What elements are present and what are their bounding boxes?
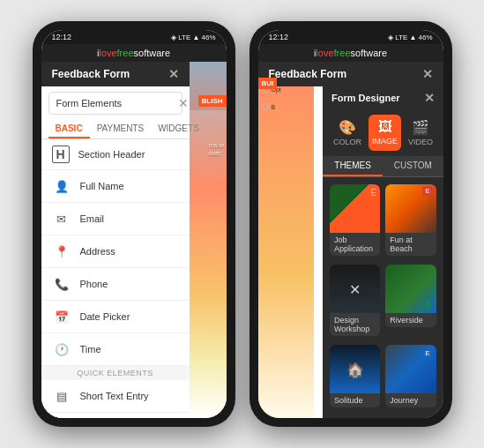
form-elements-list: H Section Header 👤 Full Name ✉ Email	[41, 139, 190, 418]
theme-design-workshop[interactable]: ✕ Design Workshop	[330, 265, 380, 340]
themes-tab-custom[interactable]: CUSTOM	[383, 156, 443, 176]
address-label: Address	[80, 246, 115, 257]
search-clear-icon[interactable]: ✕	[178, 96, 189, 110]
image-icon: 🖼	[378, 119, 392, 135]
theme-journey[interactable]: E Journey	[385, 345, 436, 411]
section-header-icon: H	[52, 146, 70, 163]
themes-tab-custom-label: CUSTOM	[394, 161, 432, 170]
left-time: 12:12	[52, 33, 72, 41]
brand-software-left: software	[134, 48, 171, 58]
brand-free-left: free	[117, 48, 134, 58]
right-network: ◈ LTE ▲	[388, 34, 416, 41]
designer-tab-color-label: COLOR	[333, 138, 361, 146]
right-phone: 12:12 ◈ LTE ▲ 46% ilovefreesoftware F	[249, 21, 452, 427]
workshop-cross-icon: ✕	[349, 280, 361, 297]
tab-payments-label: PAYMENTS	[97, 123, 145, 133]
theme-solitude-label: Solitude	[330, 393, 380, 407]
designer-header: Form Designer ✕	[323, 86, 443, 109]
theme-job-label: Job Application	[330, 233, 380, 256]
theme-solitude[interactable]: 🏠 Solitude	[330, 345, 380, 411]
left-modal-title: Feedback Form	[52, 68, 130, 80]
video-icon: 🎬	[412, 119, 429, 136]
left-status-bar: 12:12 ◈ LTE ▲ 46%	[41, 30, 227, 44]
right-close-btn[interactable]: ✕	[422, 67, 433, 81]
left-phone: 12:12 ◈ LTE ▲ 46% ilovefreesoftware F	[33, 21, 235, 427]
right-battery: 46%	[418, 34, 432, 41]
designer-tab-image[interactable]: 🖼 IMAGE	[369, 115, 401, 151]
bg-item2-label: B	[272, 104, 276, 110]
time-icon: 🕐	[52, 340, 71, 359]
email-label: Email	[80, 213, 105, 224]
right-status-bar: 12:12 ◈ LTE ▲ 46%	[258, 30, 443, 44]
element-short-text[interactable]: ▤ Short Text Entry	[41, 380, 190, 413]
solitude-home-icon: 🏠	[346, 361, 364, 377]
right-app-header: ilovefreesoftware	[258, 44, 443, 62]
theme-journey-label: Journey	[385, 393, 436, 407]
theme-fun-at-beach[interactable]: E Fun at Beach	[385, 184, 436, 259]
date-picker-icon: 📅	[52, 307, 71, 326]
designer-tab-video-label: VIDEO	[408, 138, 433, 146]
brand-love-right: love	[316, 48, 333, 58]
designer-tab-color[interactable]: 🎨 COLOR	[330, 115, 365, 151]
journey-badge: E	[422, 348, 432, 358]
theme-beach-label: Fun at Beach	[385, 233, 436, 256]
search-input[interactable]	[56, 98, 178, 108]
designer-tabs-bar: 🎨 COLOR 🖼 IMAGE 🎬 VIDEO	[323, 109, 443, 156]
elements-tabs: BASIC PAYMENTS WIDGETS	[41, 120, 190, 139]
search-bar[interactable]: ✕	[48, 92, 182, 115]
element-address[interactable]: 📍 Address	[41, 235, 190, 268]
left-network: ◈ LTE ▲	[171, 34, 199, 41]
radio2	[262, 103, 269, 110]
bg-text-line2: over	[209, 149, 225, 157]
themes-bar: THEMES CUSTOM	[323, 156, 443, 177]
quick-elements-label: QUICK ELEMENTS	[77, 369, 153, 377]
beach-e-badge: E	[422, 186, 432, 196]
designer-tab-video[interactable]: 🎬 VIDEO	[405, 115, 436, 151]
theme-riverside-label: Riverside	[385, 313, 436, 327]
designer-tab-image-label: IMAGE	[372, 137, 398, 146]
themes-tab-themes[interactable]: THEMES	[323, 156, 383, 176]
theme-job-thumbnail: E	[330, 184, 380, 233]
short-text-label: Short Text Entry	[80, 391, 149, 401]
theme-riverside-thumbnail: 🌲	[385, 265, 436, 313]
phone-icon: 📞	[52, 274, 71, 294]
theme-journey-thumbnail: E	[385, 345, 436, 393]
element-phone[interactable]: 📞 Phone	[41, 268, 190, 301]
element-email[interactable]: ✉ Email	[41, 203, 190, 235]
date-picker-label: Date Picker	[80, 311, 130, 322]
themes-tab-themes-label: THEMES	[334, 161, 371, 170]
element-time[interactable]: 🕐 Time	[41, 333, 190, 366]
theme-beach-thumbnail: E	[385, 184, 436, 233]
theme-solitude-thumbnail: 🏠	[330, 345, 380, 393]
designer-close-btn[interactable]: ✕	[424, 91, 435, 105]
right-modal-title: Feedback Form	[269, 68, 347, 80]
full-name-icon: 👤	[52, 176, 71, 196]
full-name-label: Full Name	[80, 181, 124, 191]
short-text-icon: ▤	[52, 386, 71, 406]
left-battery: 46%	[201, 34, 215, 41]
tab-basic[interactable]: BASIC	[48, 120, 90, 138]
tab-payments[interactable]: PAYMENTS	[90, 120, 152, 138]
element-full-name[interactable]: 👤 Full Name	[41, 170, 190, 203]
brand-free-right: free	[334, 48, 351, 58]
element-section-header[interactable]: H Section Header	[41, 139, 190, 170]
quick-elements-divider: QUICK ELEMENTS	[41, 366, 190, 380]
theme-job-application[interactable]: E Job Application	[330, 184, 380, 259]
phones-container: 12:12 ◈ LTE ▲ 46% ilovefreesoftware F	[15, 4, 470, 444]
phone-label: Phone	[80, 279, 108, 289]
brand-love-left: love	[99, 48, 116, 58]
theme-workshop-thumbnail: ✕	[330, 265, 380, 313]
theme-riverside[interactable]: 🌲 Riverside	[385, 265, 436, 340]
left-close-btn[interactable]: ✕	[168, 67, 179, 81]
left-app-header: ilovefreesoftware	[41, 44, 227, 62]
job-e-icon: E	[371, 188, 377, 198]
designer-title: Form Designer	[331, 93, 400, 103]
email-icon: ✉	[52, 209, 71, 228]
right-build-badge: BUI	[258, 78, 278, 89]
time-label: Time	[80, 344, 101, 355]
brand-software-right: software	[351, 48, 388, 58]
build-badge: BLISH	[198, 95, 227, 107]
section-header-label: Section Header	[78, 149, 145, 160]
element-date-picker[interactable]: 📅 Date Picker	[41, 301, 190, 333]
right-bg-item2: B	[258, 101, 324, 113]
